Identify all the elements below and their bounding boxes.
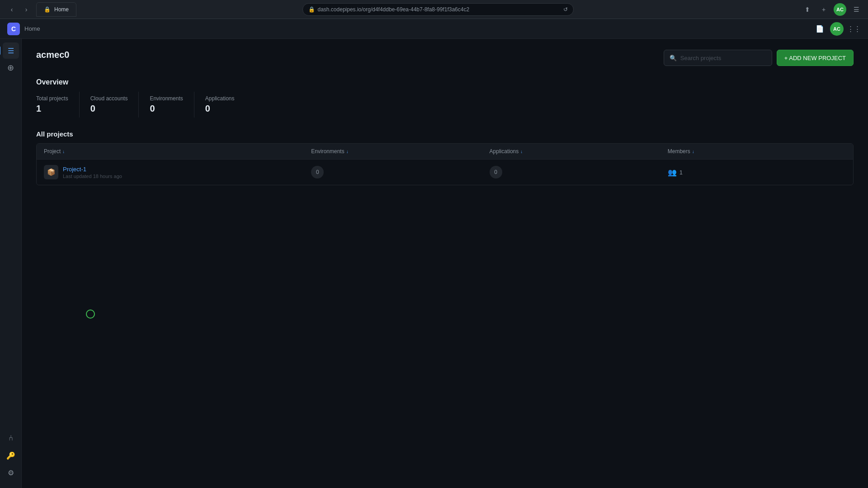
browser-profile-button[interactable]: AC	[834, 3, 846, 16]
sidebar-top: ☰ ⊕	[3, 42, 19, 428]
header-actions: 🔍 + ADD NEW PROJECT	[664, 50, 854, 66]
new-tab-button[interactable]: +	[817, 3, 830, 16]
project-icon: 📦	[44, 165, 58, 179]
project-name: Project-1	[63, 166, 122, 173]
project-sort-icon: ↓	[62, 149, 65, 154]
sidebar-item-menu[interactable]: ☰	[3, 42, 19, 59]
stat-cloud-accounts-label: Cloud accounts	[90, 95, 128, 102]
address-bar-container: 🔒 dash.codepipes.io/org/d4f4ddbe-69ea-44…	[78, 3, 797, 16]
members-count: 1	[679, 169, 683, 176]
th-members-label: Members	[668, 148, 690, 155]
th-members[interactable]: Members ↓	[668, 148, 846, 155]
browser-actions: ⬆ + AC ☰	[801, 3, 863, 16]
sidebar-item-home[interactable]: ⊕	[3, 60, 19, 76]
stat-environments-value: 0	[150, 103, 183, 114]
projects-table: Project ↓ Environments ↓ Applications ↓	[36, 143, 854, 185]
app: C Home 📄 AC ⋮⋮ ☰ ⊕ ⑃	[0, 19, 868, 488]
lock-icon: 🔒	[308, 6, 315, 13]
stat-total-projects-label: Total projects	[36, 95, 68, 102]
browser-chrome: ‹ › 🔒 Home 🔒 dash.codepipes.io/org/d4f4d…	[0, 0, 868, 19]
hamburger-icon: ☰	[8, 47, 14, 55]
tab-favicon: 🔒	[44, 6, 51, 13]
docs-icon[interactable]: 📄	[813, 22, 826, 36]
search-icon: 🔍	[670, 55, 677, 61]
key-icon: 🔑	[6, 451, 15, 460]
nav-home-link[interactable]: Home	[24, 25, 40, 32]
logo-area: C Home	[7, 23, 40, 35]
app-logo: C	[7, 23, 20, 35]
stat-cloud-accounts: Cloud accounts 0	[90, 92, 139, 117]
gear-icon: ⚙	[8, 469, 14, 477]
branch-icon: ⑃	[9, 434, 13, 443]
environments-sort-icon: ↓	[346, 149, 349, 154]
project-cell: 📦 Project-1 Last updated 18 hours ago	[44, 165, 311, 179]
environments-count: 0	[311, 166, 324, 178]
stat-applications-label: Applications	[205, 95, 235, 102]
forward-button[interactable]: ›	[20, 3, 33, 16]
browser-tab[interactable]: 🔒 Home	[36, 2, 76, 17]
search-bar[interactable]: 🔍	[664, 50, 772, 66]
applications-sort-icon: ↓	[520, 149, 523, 154]
table-row[interactable]: 📦 Project-1 Last updated 18 hours ago 0 …	[37, 160, 853, 185]
sidebar: ☰ ⊕ ⑃ 🔑 ⚙	[0, 39, 22, 488]
all-projects-title: All projects	[36, 130, 854, 138]
project-info: Project-1 Last updated 18 hours ago	[63, 166, 122, 179]
stat-environments: Environments 0	[150, 92, 194, 117]
grid-icon[interactable]: ⋮⋮	[847, 22, 861, 36]
logo-letter: C	[11, 25, 16, 33]
stat-total-projects: Total projects 1	[36, 92, 80, 117]
stat-applications: Applications 0	[205, 92, 245, 117]
user-avatar-button[interactable]: AC	[830, 22, 844, 36]
all-projects-section: All projects Project ↓ Environments ↓	[36, 130, 854, 185]
th-environments-label: Environments	[311, 148, 344, 155]
main-content: acmec0 🔍 + ADD NEW PROJECT Overview Tota…	[22, 39, 868, 488]
sidebar-item-keys[interactable]: 🔑	[3, 447, 19, 464]
content-header-row: acmec0 🔍 + ADD NEW PROJECT	[36, 50, 854, 69]
stat-cloud-accounts-value: 0	[90, 103, 128, 114]
th-applications-label: Applications	[490, 148, 519, 155]
org-title: acmec0	[36, 50, 69, 60]
th-applications[interactable]: Applications ↓	[490, 148, 668, 155]
main-layout: ☰ ⊕ ⑃ 🔑 ⚙ acmec0	[0, 39, 868, 488]
back-button[interactable]: ‹	[5, 3, 18, 16]
share-button[interactable]: ⬆	[801, 3, 814, 16]
stat-total-projects-value: 1	[36, 103, 68, 114]
members-icon: 👥	[668, 168, 677, 177]
nav-right: 📄 AC ⋮⋮	[813, 22, 861, 36]
top-nav: C Home 📄 AC ⋮⋮	[0, 19, 868, 39]
sidebar-item-branch[interactable]: ⑃	[3, 430, 19, 446]
overview-title: Overview	[36, 78, 854, 86]
applications-cell: 0	[490, 166, 668, 178]
add-new-project-button[interactable]: + ADD NEW PROJECT	[777, 50, 854, 66]
th-environments[interactable]: Environments ↓	[311, 148, 489, 155]
stats-row: Total projects 1 Cloud accounts 0 Enviro…	[36, 92, 854, 117]
th-project-label: Project	[44, 148, 61, 155]
sidebar-bottom: ⑃ 🔑 ⚙	[3, 430, 19, 484]
browser-menu-button[interactable]: ☰	[850, 3, 863, 16]
address-text: dash.codepipes.io/org/d4f4ddbe-69ea-44b7…	[318, 6, 470, 13]
browser-navigation: ‹ ›	[5, 3, 33, 16]
tab-bar: 🔒 Home 🔒 dash.codepipes.io/org/d4f4ddbe-…	[36, 2, 797, 17]
project-updated: Last updated 18 hours ago	[63, 174, 122, 179]
sidebar-item-settings[interactable]: ⚙	[3, 465, 19, 481]
home-icon: ⊕	[7, 63, 14, 73]
th-project[interactable]: Project ↓	[44, 148, 311, 155]
stat-applications-value: 0	[205, 103, 235, 114]
search-input[interactable]	[680, 55, 766, 61]
members-sort-icon: ↓	[692, 149, 694, 154]
table-header: Project ↓ Environments ↓ Applications ↓	[37, 144, 853, 160]
members-cell: 👥 1	[668, 168, 846, 177]
address-bar[interactable]: 🔒 dash.codepipes.io/org/d4f4ddbe-69ea-44…	[302, 3, 574, 16]
environments-cell: 0	[311, 166, 489, 178]
reload-button[interactable]: ↺	[563, 6, 568, 13]
overview-section: Overview Total projects 1 Cloud accounts…	[36, 78, 854, 117]
applications-count: 0	[490, 166, 502, 178]
tab-label: Home	[54, 6, 69, 13]
stat-environments-label: Environments	[150, 95, 183, 102]
